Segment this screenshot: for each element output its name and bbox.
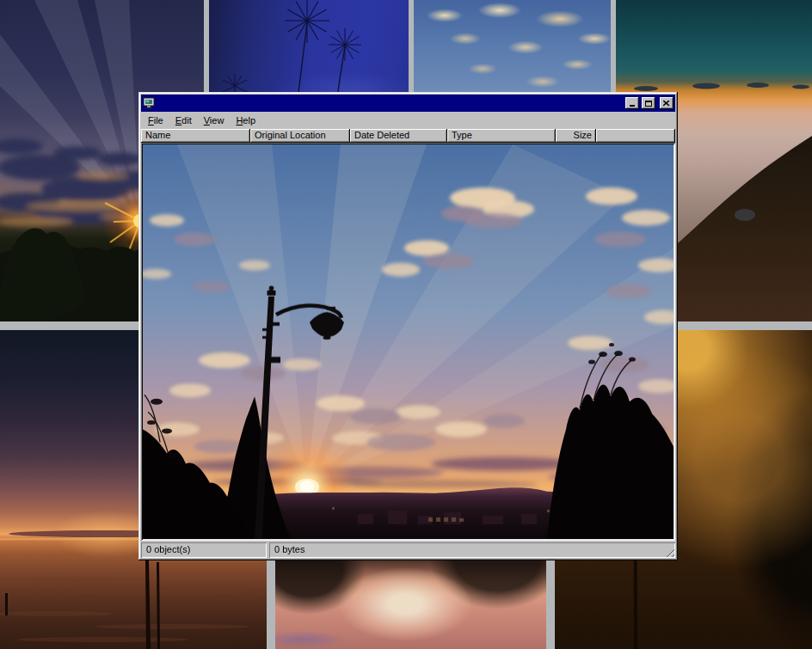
menu-file-rest: ile [154, 115, 163, 126]
menu-bar: File Edit View Help [141, 112, 675, 129]
flower-umbel-large [285, 0, 329, 43]
menu-help-rest: elp [243, 115, 255, 126]
menu-view[interactable]: View [198, 113, 231, 128]
status-bar: 0 object(s) 0 bytes [141, 542, 675, 558]
maximize-button[interactable] [642, 97, 655, 109]
sunset-lamp-photo [143, 144, 674, 539]
lamp-collar [268, 357, 280, 363]
tree-silhouette [0, 228, 86, 321]
lamp-pole-finial [269, 285, 274, 291]
title-bar[interactable] [141, 95, 675, 112]
computer-icon [143, 97, 155, 109]
minimize-button[interactable] [625, 97, 639, 109]
status-size: 0 bytes [269, 542, 675, 558]
column-header-filler [596, 129, 675, 143]
column-header-date-deleted[interactable]: Date Deleted [350, 129, 447, 143]
rock [735, 209, 755, 221]
maximize-icon [645, 101, 652, 107]
column-header-name[interactable]: Name [141, 129, 250, 143]
minimize-icon [630, 105, 635, 107]
status-object-count: 0 object(s) [141, 542, 267, 558]
menu-edit[interactable]: Edit [169, 113, 198, 128]
flower-umbel-small [329, 28, 361, 61]
column-header-size[interactable]: Size [556, 129, 596, 143]
distant-islands [634, 83, 809, 91]
water-poles [5, 560, 160, 649]
column-header-original-location[interactable]: Original Location [250, 129, 350, 143]
lamp-head-knob [323, 336, 331, 340]
desktop: File Edit View Help Name Original Locati… [0, 0, 812, 649]
menu-view-accel: V [204, 115, 210, 126]
menu-edit-accel: E [175, 115, 181, 126]
menu-edit-rest: dit [181, 115, 192, 126]
close-button[interactable] [660, 97, 674, 109]
column-header-type[interactable]: Type [447, 129, 556, 143]
explorer-window: File Edit View Help Name Original Locati… [138, 92, 678, 560]
menu-file[interactable]: File [142, 113, 169, 128]
water-streaks [0, 577, 249, 642]
menu-view-rest: iew [210, 115, 225, 126]
sun [300, 481, 314, 494]
close-icon [663, 101, 670, 107]
menu-file-accel: F [148, 115, 154, 126]
menu-help[interactable]: Help [230, 113, 261, 128]
file-list-viewport[interactable] [141, 143, 675, 541]
column-headers: Name Original Location Date Deleted Type… [141, 129, 675, 143]
